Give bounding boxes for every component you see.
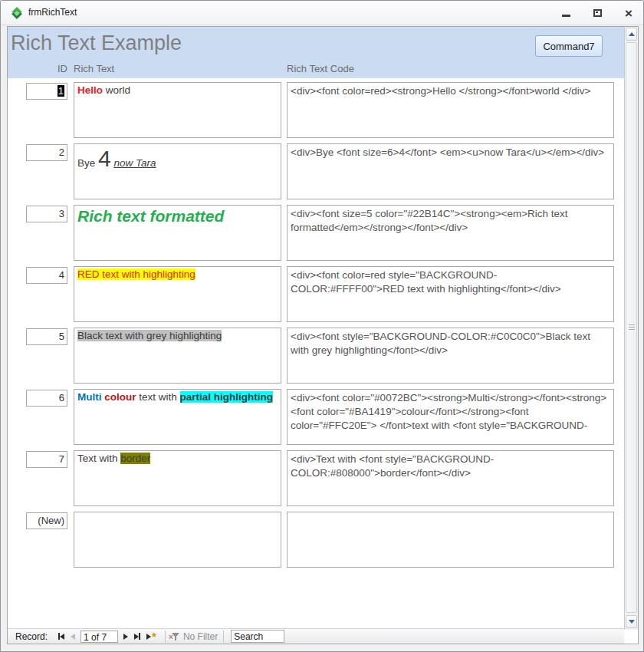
record-label: Record:: [15, 631, 48, 642]
rich-text-code-field[interactable]: <div><font color=red style="BACKGROUND-C…: [287, 266, 614, 322]
record-id-value: 2: [59, 147, 64, 158]
rich-text-segment: RED text with highlighting: [77, 268, 196, 280]
record-id-field[interactable]: 3: [26, 206, 67, 222]
rich-text-segment: Multi: [77, 391, 102, 403]
rich-text-code-field[interactable]: <div>Bye <font size=6>4</font> <em><u>no…: [287, 143, 614, 199]
rich-text-segment: now Tara: [113, 157, 156, 169]
window-title: frmRichText: [28, 7, 77, 18]
rich-text-segment: text with: [136, 391, 180, 403]
record-row: 5Black text with grey highlighting<div><…: [8, 328, 624, 384]
record-id-field[interactable]: 7: [26, 451, 67, 468]
close-icon[interactable]: ×: [625, 7, 632, 20]
record-id-field[interactable]: 2: [26, 144, 67, 161]
column-header-rich-text: Rich Text: [74, 63, 114, 74]
record-navigation-bar: Record: 1 of 7 * × No Filter: [8, 628, 624, 644]
column-header-rich-text-code: Rich Text Code: [287, 63, 354, 74]
rich-text-segment: Rich text formatted: [77, 207, 224, 225]
rich-text-segment: 4: [98, 146, 111, 171]
record-id-value: (New): [38, 515, 64, 526]
record-row: 2Bye 4 now Tara<div>Bye <font size=6>4</…: [8, 143, 624, 199]
rich-text-code-field[interactable]: <div><font color=red><strong>Hello </str…: [287, 82, 614, 138]
no-filter-button[interactable]: × No Filter: [171, 631, 218, 642]
column-header-id: ID: [26, 63, 67, 74]
rich-text-code-field[interactable]: <div><font style="BACKGROUND-COLOR:#C0C0…: [287, 328, 614, 384]
rich-text-segment: partial highlighting: [180, 391, 274, 403]
rich-text-field[interactable]: Black text with grey highlighting: [74, 328, 281, 384]
record-id-value: 4: [59, 269, 64, 281]
scrollbar-thumb[interactable]: [626, 42, 637, 613]
rich-text-field[interactable]: Rich text formatted: [74, 205, 281, 261]
record-position-box[interactable]: 1 of 7: [80, 631, 118, 643]
scrollbar-down-button[interactable]: [626, 615, 637, 628]
rich-text-segment: Hello: [77, 84, 106, 96]
page-title: Rich Text Example: [11, 31, 182, 55]
command7-button[interactable]: Command7: [535, 35, 603, 57]
rich-text-segment: border: [120, 453, 150, 464]
first-record-icon: [60, 634, 64, 640]
nav-first-record-button[interactable]: [58, 631, 64, 642]
record-row: 6Multi colour text with partial highligh…: [8, 389, 624, 445]
new-record-icon: [146, 634, 151, 640]
minimize-icon[interactable]: [562, 15, 570, 17]
title-bar[interactable]: frmRichText ×: [1, 1, 643, 25]
nav-last-record-button[interactable]: [134, 631, 140, 642]
record-row: 3Rich text formatted<div><font size=5 co…: [8, 205, 624, 261]
record-id-value: 7: [59, 453, 64, 465]
record-id-field[interactable]: 5: [26, 328, 67, 345]
form-content: Rich Text Example Command7 ID Rich Text …: [7, 26, 639, 644]
rich-text-code-field[interactable]: <div><font color="#0072BC"><strong>Multi…: [287, 389, 614, 445]
record-id-field[interactable]: 6: [26, 390, 67, 407]
filter-funnel-icon: ×: [171, 632, 180, 641]
rich-text-segment: Black text with grey highlighting: [77, 330, 222, 341]
scrollbar-up-button[interactable]: [626, 28, 637, 41]
record-row: 4RED text with highlighting<div><font co…: [8, 266, 624, 322]
record-id-field[interactable]: 1: [26, 83, 67, 100]
rich-text-code-field[interactable]: [287, 512, 614, 568]
search-input[interactable]: [231, 630, 284, 643]
nav-next-record-button[interactable]: [123, 631, 128, 642]
rich-text-segment: colour: [104, 391, 136, 403]
record-id-value: 6: [59, 392, 64, 403]
rich-text-field[interactable]: [74, 512, 281, 568]
record-id-value: 1: [58, 85, 64, 97]
rich-text-code-field[interactable]: <div><font size=5 color="#22B14C"><stron…: [287, 205, 614, 261]
rich-text-field[interactable]: Multi colour text with partial highlight…: [74, 389, 281, 445]
nav-new-record-button[interactable]: *: [146, 631, 156, 642]
rich-text-segment: Bye: [77, 157, 98, 169]
record-id-field[interactable]: (New): [26, 512, 67, 529]
next-record-icon: [123, 634, 128, 640]
rich-text-field[interactable]: RED text with highlighting: [74, 266, 281, 322]
record-id-value: 5: [59, 331, 64, 342]
rich-text-field[interactable]: Bye 4 now Tara: [74, 143, 281, 199]
new-record-star-icon: *: [152, 634, 156, 640]
previous-record-icon: [71, 634, 75, 640]
rich-text-segment: world: [106, 84, 130, 96]
records-area: 1Hello world<div><font color=red><strong…: [8, 82, 624, 573]
form-icon: [11, 7, 23, 19]
no-filter-label: No Filter: [183, 631, 218, 642]
rich-text-field[interactable]: Text with border: [74, 450, 281, 506]
separator: [165, 631, 166, 643]
vertical-scrollbar[interactable]: [624, 27, 638, 630]
record-row: 7Text with border<div>Text with <font st…: [8, 450, 624, 506]
record-row: 1Hello world<div><font color=red><strong…: [8, 82, 624, 138]
up-arrow-icon: [629, 32, 635, 36]
rich-text-field[interactable]: Hello world: [74, 82, 281, 138]
scrollbar-grip-icon: [629, 324, 635, 331]
record-id-value: 3: [59, 208, 64, 219]
record-row: (New): [8, 512, 624, 568]
restore-icon[interactable]: [593, 9, 602, 17]
rich-text-code-field[interactable]: <div>Text with <font style="BACKGROUND-C…: [287, 450, 614, 506]
separator: [223, 631, 224, 643]
down-arrow-icon: [629, 620, 635, 624]
nav-previous-record-button[interactable]: [71, 631, 75, 642]
rich-text-segment: Text with: [77, 453, 120, 464]
form-header-band: Rich Text Example Command7 ID Rich Text …: [8, 27, 624, 78]
access-form-window: frmRichText × Rich Text Example Command7…: [0, 0, 644, 652]
record-id-field[interactable]: 4: [26, 267, 67, 284]
